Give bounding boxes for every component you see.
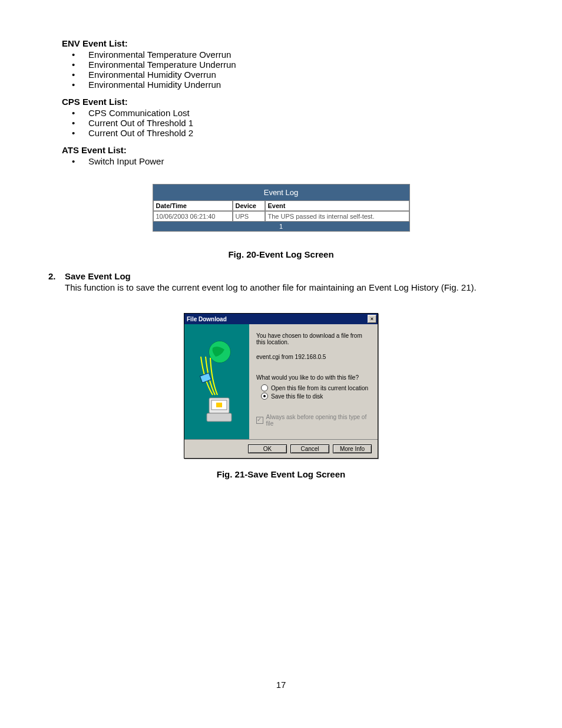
download-icon [184,324,249,439]
event-log-table: Event Log Date/Time Device Event 10/06/2… [153,184,410,232]
radio-open[interactable]: Open this file from its current location [261,384,371,391]
ats-heading: ATS Event List: [62,145,521,155]
fig21-caption: Fig. 21-Save Event Log Screen [41,469,521,479]
page-number: 17 [41,680,521,690]
section-desc: This function is to save the current eve… [65,282,521,292]
list-item: CPS Communication Lost [72,108,521,118]
radio-icon [261,384,268,391]
list-item: Environmental Humidity Overrun [72,70,521,80]
fig20-caption: Fig. 20-Event Log Screen [41,249,521,259]
env-list: Environmental Temperature Overrun Enviro… [72,50,521,90]
cps-list: CPS Communication Lost Current Out of Th… [72,108,521,138]
cell-device: UPS [233,211,265,222]
list-item: Environmental Humidity Underrun [72,80,521,90]
dialog-file: event.cgi from 192.168.0.5 [256,354,371,360]
section-title: Save Event Log [65,271,131,281]
radio-label: Open this file from its current location [271,385,368,391]
more-info-button[interactable]: More Info [333,444,372,453]
dialog-msg: You have chosen to download a file from … [256,332,371,345]
event-log-title: Event Log [153,185,409,200]
env-heading: ENV Event List: [62,38,521,48]
cps-heading: CPS Event List: [62,97,521,107]
list-item: Environmental Temperature Overrun [72,50,521,60]
col-event: Event [265,200,409,211]
radio-save[interactable]: Save this file to disk [261,393,371,400]
cancel-button[interactable]: Cancel [290,444,329,453]
ok-button[interactable]: OK [248,444,287,453]
col-device: Device [233,200,265,211]
list-item: Environmental Temperature Underrun [72,60,521,70]
checkbox-label: Always ask before opening this type of f… [266,414,371,427]
dialog-title: File Download [187,316,227,322]
cell-event: The UPS passed its internal self-test. [265,211,409,222]
file-download-dialog: File Download × You have chosen to downl… [184,313,378,459]
radio-icon [261,393,268,400]
col-datetime: Date/Time [153,200,233,211]
table-header: Date/Time Device Event [153,200,409,211]
list-item: Current Out of Threshold 1 [72,118,521,128]
radio-label: Save this file to disk [271,393,323,400]
section-2: 2. Save Event Log [48,271,521,281]
cell-datetime: 10/06/2003 06:21:40 [153,211,233,222]
section-number: 2. [48,271,65,281]
event-log-footer: 1 [153,222,409,231]
close-icon[interactable]: × [368,315,376,323]
table-row: 10/06/2003 06:21:40 UPS The UPS passed i… [153,211,409,222]
list-item: Switch Input Power [72,156,521,166]
dialog-question: What would you like to do with this file… [256,374,371,381]
always-ask-checkbox[interactable]: Always ask before opening this type of f… [256,414,371,427]
svg-rect-6 [207,413,232,421]
svg-rect-5 [216,403,222,407]
checkbox-icon [256,417,263,424]
ats-list: Switch Input Power [72,156,521,166]
list-item: Current Out of Threshold 2 [72,128,521,138]
